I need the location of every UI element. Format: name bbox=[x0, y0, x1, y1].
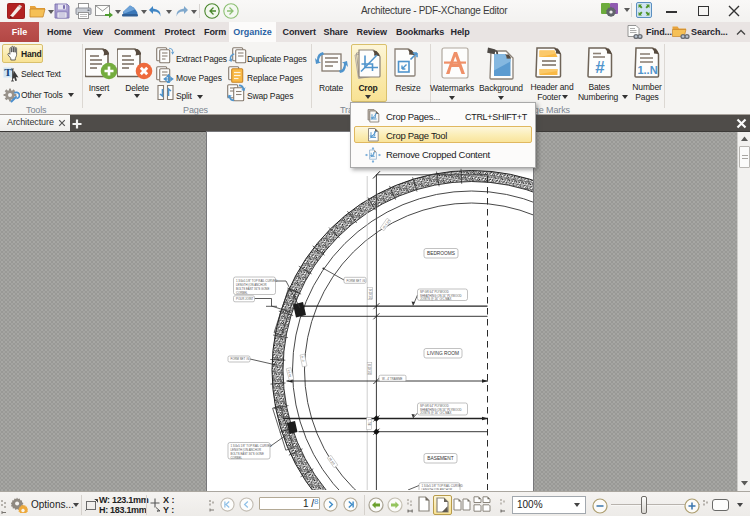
svg-text:JOISTS @ 16" O/C MAX: JOISTS @ 16" O/C MAX bbox=[420, 297, 451, 301]
svg-text:LIVING ROOM: LIVING ROOM bbox=[427, 351, 459, 356]
svg-text:9-10 1/2: 9-10 1/2 bbox=[368, 289, 372, 300]
svg-text:8-10 1/2: 8-10 1/2 bbox=[367, 364, 371, 375]
svg-text:1..N: 1..N bbox=[637, 64, 657, 76]
svg-text:FORM SET #6: FORM SET #6 bbox=[347, 279, 366, 283]
svg-text:CORBEL: CORBEL bbox=[236, 291, 248, 295]
svg-text:BASEMENT: BASEMENT bbox=[427, 456, 453, 461]
svg-text:CORBEL: CORBEL bbox=[231, 456, 243, 460]
svg-text:POUR JOINT: POUR JOINT bbox=[236, 297, 253, 301]
svg-text:JOISTS @ 16" O/C MAX: JOISTS @ 16" O/C MAX bbox=[420, 411, 451, 415]
svg-text:W - 4' TRAMME: W - 4' TRAMME bbox=[382, 377, 402, 381]
svg-text:FORM SET #6: FORM SET #6 bbox=[231, 357, 250, 361]
svg-text:LENGTH (ON ANCHOR: LENGTH (ON ANCHOR bbox=[422, 488, 453, 490]
svg-text:1-7/8: 1-7/8 bbox=[367, 419, 371, 426]
svg-text:#: # bbox=[595, 58, 605, 77]
svg-text:BEDROOMS: BEDROOMS bbox=[427, 251, 455, 256]
svg-text:FS #6: FS #6 bbox=[287, 369, 293, 378]
